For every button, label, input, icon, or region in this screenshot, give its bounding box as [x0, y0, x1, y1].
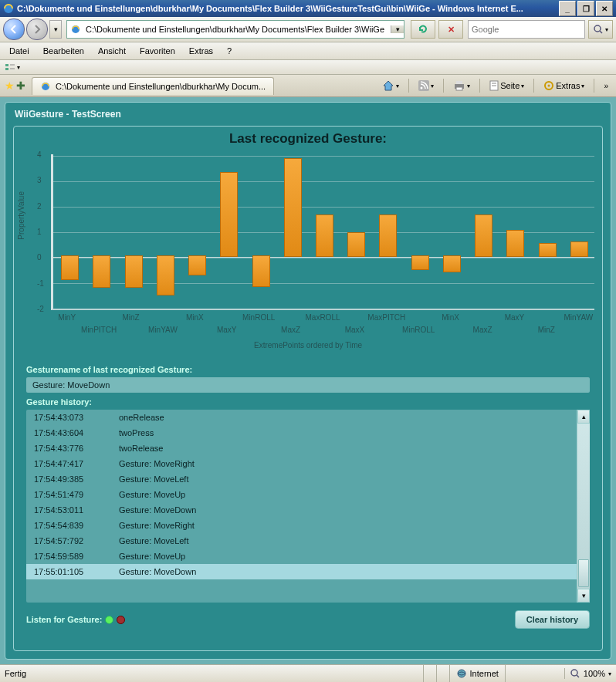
svg-rect-5: [5, 68, 8, 70]
menu-favoriten[interactable]: Favoriten: [134, 44, 181, 58]
tab-label: C:\Dokumente und Einstellungen\dburkhar\…: [56, 82, 266, 91]
svg-point-2: [594, 25, 601, 32]
history-timestamp: 17:54:43:073: [34, 413, 119, 422]
zoom-value: 100%: [584, 669, 605, 678]
refresh-button[interactable]: [411, 20, 435, 39]
zoom-control[interactable]: 100% ▾: [564, 668, 616, 679]
svg-rect-12: [456, 81, 462, 84]
back-button[interactable]: [3, 19, 25, 40]
search-input[interactable]: [469, 24, 584, 35]
history-row[interactable]: 17:54:59:589Gesture: MoveUp: [26, 549, 577, 564]
gesture-name-value: Gesture: MoveDown: [26, 377, 590, 393]
menu-extras[interactable]: Extras: [183, 44, 219, 58]
close-button[interactable]: ✕: [596, 1, 613, 16]
chart-bar: [157, 255, 174, 295]
chart-plot: [51, 154, 594, 310]
address-dropdown[interactable]: ▾: [391, 25, 404, 33]
clear-history-button[interactable]: Clear history: [515, 610, 590, 629]
minimize-button[interactable]: _: [559, 1, 576, 16]
history-row[interactable]: 17:54:43:604twoPress: [26, 425, 577, 441]
scroll-thumb[interactable]: [578, 559, 589, 587]
gesture-name-label: Gesturename of last recognized Gesture:: [26, 365, 602, 374]
history-row[interactable]: 17:54:53:011Gesture: MoveDown: [26, 502, 577, 518]
address-input[interactable]: [84, 22, 391, 37]
page-content: WiiGesture - TestScreen Last recognized …: [0, 97, 616, 664]
chart-bar: [252, 255, 270, 286]
history-row[interactable]: 17:54:43:776twoRelease: [26, 441, 577, 456]
chart-bar: [220, 172, 238, 257]
zoom-dropdown-icon[interactable]: ▾: [608, 670, 611, 677]
chart-xtick: MinYAW: [148, 326, 178, 334]
history-gesture: Gesture: MoveUp: [119, 552, 185, 561]
history-timestamp: 17:54:47:417: [34, 459, 119, 468]
chart-bar: [61, 255, 79, 280]
status-spacer1: [423, 665, 436, 682]
home-button[interactable]: ▾: [379, 79, 402, 93]
address-bar[interactable]: ▾: [66, 20, 404, 39]
chart-ytick: 4: [37, 150, 42, 159]
tab-toolbar: ★ ✚ C:\Dokumente und Einstellungen\dburk…: [0, 75, 616, 97]
chart-xtick: MinPITCH: [81, 326, 117, 334]
chart-bar: [411, 255, 429, 270]
menu-datei[interactable]: Datei: [3, 44, 36, 58]
maximize-button[interactable]: ❐: [577, 1, 594, 16]
browser-tab[interactable]: C:\Dokumente und Einstellungen\dburkhar\…: [32, 77, 274, 95]
nav-toolbar: ▾ ▾ ✕ ▾: [0, 17, 616, 42]
scroll-track[interactable]: [577, 424, 590, 589]
menu-ansicht[interactable]: Ansicht: [92, 44, 132, 58]
toolbar-chevron[interactable]: »: [601, 80, 611, 92]
chart-xtick: MaxZ: [473, 326, 492, 334]
chart-ytick: -1: [37, 279, 44, 287]
search-button[interactable]: ▾: [588, 20, 613, 39]
listen-status: Listen for Gesture:: [26, 615, 125, 624]
chart-xtick: MinX: [442, 313, 459, 322]
history-row[interactable]: 17:55:01:105Gesture: MoveDown: [26, 564, 577, 579]
stop-button[interactable]: ✕: [438, 20, 463, 39]
chart-ytick: 2: [37, 201, 42, 210]
history-list-container: 17:54:43:073oneRelease17:54:43:604twoPre…: [26, 410, 590, 603]
history-row[interactable]: 17:54:51:479Gesture: MoveUp: [26, 487, 577, 502]
history-gesture: Gesture: MoveLeft: [119, 474, 189, 484]
history-timestamp: 17:54:54:839: [34, 521, 119, 530]
links-icon[interactable]: [5, 62, 15, 72]
menu-help[interactable]: ?: [221, 44, 238, 58]
scroll-up-button[interactable]: ▴: [577, 410, 590, 424]
chart-xtick: MinZ: [122, 313, 139, 322]
history-timestamp: 17:54:59:589: [34, 552, 119, 561]
tools-menu-button[interactable]: Extras▾: [540, 79, 587, 93]
svg-rect-4: [5, 64, 8, 66]
search-bar[interactable]: [468, 20, 585, 39]
svg-point-10: [421, 87, 423, 89]
chart-ytick: 3: [37, 176, 42, 184]
page-menu-button[interactable]: Seite▾: [486, 79, 527, 93]
chart-bar: [475, 214, 492, 257]
history-row[interactable]: 17:54:43:073oneRelease: [26, 410, 577, 425]
add-favorite-icon[interactable]: ✚: [16, 79, 25, 92]
history-timestamp: 17:54:51:479: [34, 490, 119, 499]
print-button[interactable]: ▾: [450, 79, 473, 93]
chart-ylabel: PropertyValue: [17, 191, 25, 240]
history-row[interactable]: 17:54:49:385Gesture: MoveLeft: [26, 471, 577, 487]
chart-bars: [53, 154, 594, 309]
history-timestamp: 17:54:43:604: [34, 428, 119, 437]
page-icon: [67, 24, 84, 35]
status-bar: Fertig Internet 100% ▾: [0, 664, 616, 682]
chart-xtick: MaxPITCH: [367, 313, 405, 322]
status-dot-green: [105, 616, 113, 624]
history-row[interactable]: 17:54:54:839Gesture: MoveRight: [26, 518, 577, 533]
forward-button[interactable]: [26, 19, 48, 40]
scroll-down-button[interactable]: ▾: [577, 589, 590, 603]
history-scrollbar[interactable]: ▴ ▾: [577, 410, 590, 603]
history-timestamp: 17:54:53:011: [34, 505, 119, 515]
chart-bar: [93, 255, 110, 288]
menu-bearbeiten[interactable]: Bearbeiten: [37, 44, 90, 58]
history-gesture: Gesture: MoveRight: [119, 521, 195, 530]
feeds-button[interactable]: ▾: [415, 79, 437, 93]
history-row[interactable]: 17:54:57:792Gesture: MoveLeft: [26, 533, 577, 549]
history-row[interactable]: 17:54:47:417Gesture: MoveRight: [26, 456, 577, 471]
favorites-icon[interactable]: ★: [5, 79, 15, 92]
chart-title: Last recognized Gesture:: [14, 127, 602, 148]
history-list[interactable]: 17:54:43:073oneRelease17:54:43:604twoPre…: [26, 410, 577, 603]
chart-bar: [188, 255, 206, 275]
nav-history-dropdown[interactable]: ▾: [49, 20, 62, 39]
